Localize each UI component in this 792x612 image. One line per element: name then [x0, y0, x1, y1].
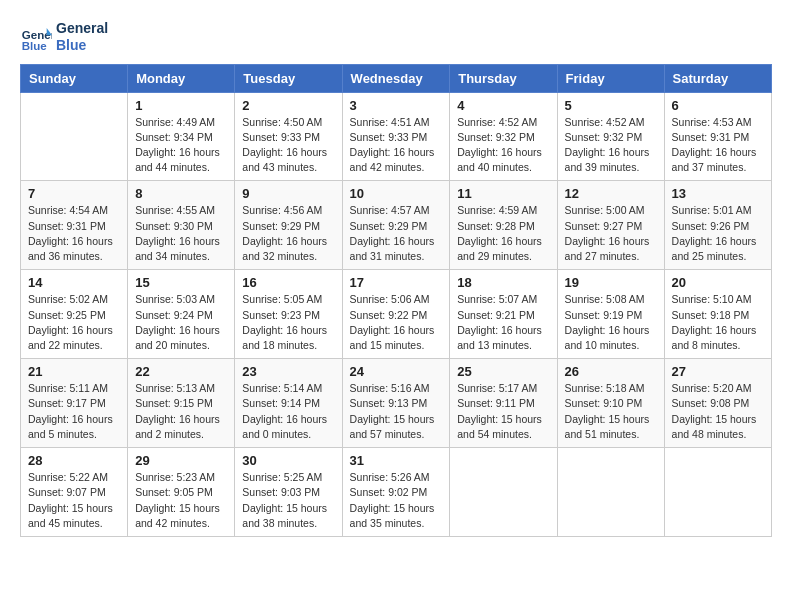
calendar-cell: 2Sunrise: 4:50 AMSunset: 9:33 PMDaylight…	[235, 92, 342, 181]
day-number: 31	[350, 453, 443, 468]
svg-text:Blue: Blue	[22, 40, 48, 52]
calendar-cell: 7Sunrise: 4:54 AMSunset: 9:31 PMDaylight…	[21, 181, 128, 270]
day-info: Sunrise: 4:49 AMSunset: 9:34 PMDaylight:…	[135, 116, 220, 174]
calendar-table: SundayMondayTuesdayWednesdayThursdayFrid…	[20, 64, 772, 537]
day-info: Sunrise: 5:25 AMSunset: 9:03 PMDaylight:…	[242, 471, 327, 529]
day-number: 14	[28, 275, 120, 290]
day-info: Sunrise: 5:10 AMSunset: 9:18 PMDaylight:…	[672, 293, 757, 351]
day-number: 4	[457, 98, 549, 113]
calendar-cell: 16Sunrise: 5:05 AMSunset: 9:23 PMDayligh…	[235, 270, 342, 359]
day-number: 15	[135, 275, 227, 290]
day-number: 13	[672, 186, 764, 201]
day-info: Sunrise: 4:51 AMSunset: 9:33 PMDaylight:…	[350, 116, 435, 174]
day-number: 20	[672, 275, 764, 290]
logo-line1: General	[56, 20, 108, 37]
calendar-cell	[664, 448, 771, 537]
day-info: Sunrise: 4:53 AMSunset: 9:31 PMDaylight:…	[672, 116, 757, 174]
day-number: 23	[242, 364, 334, 379]
calendar-cell: 1Sunrise: 4:49 AMSunset: 9:34 PMDaylight…	[128, 92, 235, 181]
weekday-header: Wednesday	[342, 64, 450, 92]
calendar-cell: 13Sunrise: 5:01 AMSunset: 9:26 PMDayligh…	[664, 181, 771, 270]
day-number: 28	[28, 453, 120, 468]
calendar-cell: 3Sunrise: 4:51 AMSunset: 9:33 PMDaylight…	[342, 92, 450, 181]
calendar-cell: 12Sunrise: 5:00 AMSunset: 9:27 PMDayligh…	[557, 181, 664, 270]
day-number: 25	[457, 364, 549, 379]
weekday-header: Thursday	[450, 64, 557, 92]
day-number: 30	[242, 453, 334, 468]
weekday-header: Tuesday	[235, 64, 342, 92]
day-number: 21	[28, 364, 120, 379]
day-info: Sunrise: 5:17 AMSunset: 9:11 PMDaylight:…	[457, 382, 542, 440]
calendar-cell	[21, 92, 128, 181]
day-info: Sunrise: 5:05 AMSunset: 9:23 PMDaylight:…	[242, 293, 327, 351]
day-number: 18	[457, 275, 549, 290]
day-number: 22	[135, 364, 227, 379]
day-info: Sunrise: 5:16 AMSunset: 9:13 PMDaylight:…	[350, 382, 435, 440]
calendar-cell: 11Sunrise: 4:59 AMSunset: 9:28 PMDayligh…	[450, 181, 557, 270]
day-info: Sunrise: 5:00 AMSunset: 9:27 PMDaylight:…	[565, 204, 650, 262]
calendar-cell: 15Sunrise: 5:03 AMSunset: 9:24 PMDayligh…	[128, 270, 235, 359]
day-info: Sunrise: 5:14 AMSunset: 9:14 PMDaylight:…	[242, 382, 327, 440]
day-number: 9	[242, 186, 334, 201]
weekday-header: Sunday	[21, 64, 128, 92]
logo-icon: General Blue	[20, 21, 52, 53]
calendar-header-row: SundayMondayTuesdayWednesdayThursdayFrid…	[21, 64, 772, 92]
calendar-cell: 6Sunrise: 4:53 AMSunset: 9:31 PMDaylight…	[664, 92, 771, 181]
calendar-week-row: 1Sunrise: 4:49 AMSunset: 9:34 PMDaylight…	[21, 92, 772, 181]
calendar-cell: 26Sunrise: 5:18 AMSunset: 9:10 PMDayligh…	[557, 359, 664, 448]
calendar-cell: 29Sunrise: 5:23 AMSunset: 9:05 PMDayligh…	[128, 448, 235, 537]
calendar-cell	[557, 448, 664, 537]
calendar-cell: 10Sunrise: 4:57 AMSunset: 9:29 PMDayligh…	[342, 181, 450, 270]
day-number: 26	[565, 364, 657, 379]
day-number: 16	[242, 275, 334, 290]
day-info: Sunrise: 5:01 AMSunset: 9:26 PMDaylight:…	[672, 204, 757, 262]
calendar-cell: 27Sunrise: 5:20 AMSunset: 9:08 PMDayligh…	[664, 359, 771, 448]
day-info: Sunrise: 5:08 AMSunset: 9:19 PMDaylight:…	[565, 293, 650, 351]
logo-line2: Blue	[56, 37, 108, 54]
day-info: Sunrise: 5:23 AMSunset: 9:05 PMDaylight:…	[135, 471, 220, 529]
day-info: Sunrise: 4:57 AMSunset: 9:29 PMDaylight:…	[350, 204, 435, 262]
day-info: Sunrise: 4:55 AMSunset: 9:30 PMDaylight:…	[135, 204, 220, 262]
calendar-week-row: 21Sunrise: 5:11 AMSunset: 9:17 PMDayligh…	[21, 359, 772, 448]
day-info: Sunrise: 5:26 AMSunset: 9:02 PMDaylight:…	[350, 471, 435, 529]
calendar-cell: 4Sunrise: 4:52 AMSunset: 9:32 PMDaylight…	[450, 92, 557, 181]
calendar-cell: 5Sunrise: 4:52 AMSunset: 9:32 PMDaylight…	[557, 92, 664, 181]
weekday-header: Saturday	[664, 64, 771, 92]
day-number: 27	[672, 364, 764, 379]
calendar-cell: 28Sunrise: 5:22 AMSunset: 9:07 PMDayligh…	[21, 448, 128, 537]
day-info: Sunrise: 4:59 AMSunset: 9:28 PMDaylight:…	[457, 204, 542, 262]
day-info: Sunrise: 4:52 AMSunset: 9:32 PMDaylight:…	[457, 116, 542, 174]
calendar-week-row: 28Sunrise: 5:22 AMSunset: 9:07 PMDayligh…	[21, 448, 772, 537]
day-info: Sunrise: 5:22 AMSunset: 9:07 PMDaylight:…	[28, 471, 113, 529]
day-number: 19	[565, 275, 657, 290]
day-info: Sunrise: 5:03 AMSunset: 9:24 PMDaylight:…	[135, 293, 220, 351]
calendar-cell: 21Sunrise: 5:11 AMSunset: 9:17 PMDayligh…	[21, 359, 128, 448]
calendar-cell: 22Sunrise: 5:13 AMSunset: 9:15 PMDayligh…	[128, 359, 235, 448]
day-number: 6	[672, 98, 764, 113]
calendar-cell	[450, 448, 557, 537]
day-number: 1	[135, 98, 227, 113]
calendar-cell: 31Sunrise: 5:26 AMSunset: 9:02 PMDayligh…	[342, 448, 450, 537]
page-header: General Blue GeneralBlue	[20, 20, 772, 54]
calendar-cell: 19Sunrise: 5:08 AMSunset: 9:19 PMDayligh…	[557, 270, 664, 359]
day-number: 29	[135, 453, 227, 468]
calendar-cell: 9Sunrise: 4:56 AMSunset: 9:29 PMDaylight…	[235, 181, 342, 270]
day-number: 24	[350, 364, 443, 379]
weekday-header: Monday	[128, 64, 235, 92]
day-info: Sunrise: 4:56 AMSunset: 9:29 PMDaylight:…	[242, 204, 327, 262]
calendar-cell: 25Sunrise: 5:17 AMSunset: 9:11 PMDayligh…	[450, 359, 557, 448]
day-number: 17	[350, 275, 443, 290]
calendar-body: 1Sunrise: 4:49 AMSunset: 9:34 PMDaylight…	[21, 92, 772, 536]
calendar-cell: 23Sunrise: 5:14 AMSunset: 9:14 PMDayligh…	[235, 359, 342, 448]
day-number: 3	[350, 98, 443, 113]
calendar-cell: 24Sunrise: 5:16 AMSunset: 9:13 PMDayligh…	[342, 359, 450, 448]
day-info: Sunrise: 4:50 AMSunset: 9:33 PMDaylight:…	[242, 116, 327, 174]
day-info: Sunrise: 5:11 AMSunset: 9:17 PMDaylight:…	[28, 382, 113, 440]
day-number: 2	[242, 98, 334, 113]
day-info: Sunrise: 5:06 AMSunset: 9:22 PMDaylight:…	[350, 293, 435, 351]
calendar-cell: 30Sunrise: 5:25 AMSunset: 9:03 PMDayligh…	[235, 448, 342, 537]
calendar-week-row: 14Sunrise: 5:02 AMSunset: 9:25 PMDayligh…	[21, 270, 772, 359]
calendar-cell: 17Sunrise: 5:06 AMSunset: 9:22 PMDayligh…	[342, 270, 450, 359]
logo: General Blue GeneralBlue	[20, 20, 108, 54]
day-info: Sunrise: 5:02 AMSunset: 9:25 PMDaylight:…	[28, 293, 113, 351]
